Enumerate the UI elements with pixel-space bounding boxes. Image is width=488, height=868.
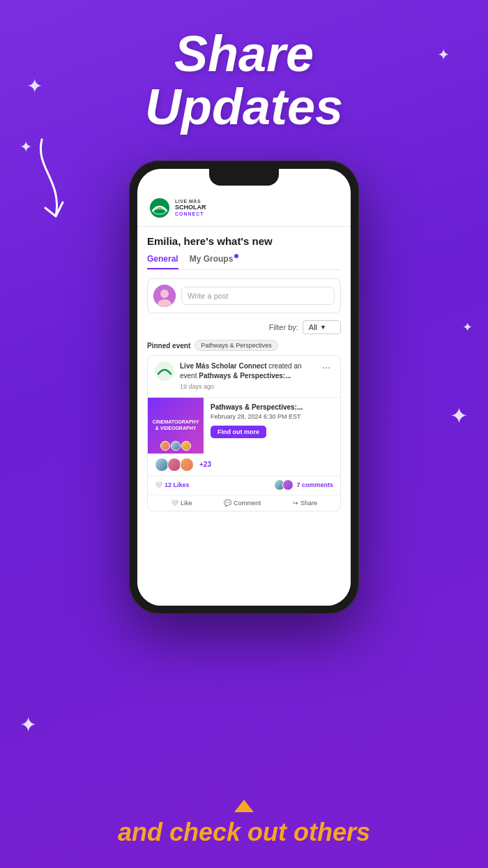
user-avatar-img bbox=[153, 285, 176, 307]
svg-point-5 bbox=[155, 361, 174, 381]
filter-dropdown[interactable]: All ▼ bbox=[303, 320, 341, 334]
comment-avatars bbox=[274, 479, 293, 491]
footer-avatar-3 bbox=[180, 458, 194, 472]
heart-icon: 🤍 bbox=[155, 481, 162, 488]
filter-label: Filter by: bbox=[269, 323, 298, 331]
event-card: CINEMATOGRAPHY & VIDEOGRAPHY bbox=[148, 397, 340, 454]
event-thumbnail-text: CINEMATOGRAPHY & VIDEOGRAPHY bbox=[153, 419, 199, 431]
post-text: Live Más Scholar Connect created an even… bbox=[180, 361, 314, 391]
find-out-more-button[interactable]: Find out more bbox=[211, 426, 266, 438]
tab-bar: General My Groups bbox=[147, 254, 341, 270]
comments-section[interactable]: 7 comments bbox=[274, 479, 333, 491]
likes-count: 12 Likes bbox=[165, 481, 190, 488]
post-header: Live Más Scholar Connect created an even… bbox=[148, 356, 340, 397]
sparkle-right-mid: ✦ bbox=[450, 405, 468, 427]
footer-avatar-1 bbox=[155, 458, 169, 472]
filter-row: Filter by: All ▼ bbox=[147, 320, 341, 334]
share-icon: ↪ bbox=[293, 500, 298, 507]
event-thumbnail: CINEMATOGRAPHY & VIDEOGRAPHY bbox=[148, 398, 204, 454]
share-button[interactable]: ↪ Share bbox=[293, 500, 317, 507]
hero-title: Share Updates bbox=[0, 28, 488, 133]
comment-av-2 bbox=[282, 479, 293, 491]
greeting-text: Emilia, here's what's new bbox=[147, 235, 341, 247]
bottom-section: and check out others bbox=[0, 800, 488, 847]
comment-icon: 💬 bbox=[224, 500, 231, 507]
pinned-badge: Pathways & Perspectives bbox=[195, 340, 278, 351]
phone-mockup: LIVE MÁS SCHOLAR CONNECT Emilia, here's … bbox=[129, 160, 359, 614]
event-info: Pathways & Perspectives:... February 28,… bbox=[204, 398, 340, 454]
face-3 bbox=[181, 441, 191, 451]
event-faces bbox=[148, 441, 204, 451]
reactions-row: 🤍 12 Likes 7 comments bbox=[148, 476, 340, 495]
org-avatar bbox=[155, 361, 174, 381]
sparkle-right-small: ✦ bbox=[462, 321, 473, 334]
likes-section[interactable]: 🤍 12 Likes bbox=[155, 481, 190, 488]
app-logo: LIVE MÁS SCHOLAR CONNECT bbox=[148, 197, 340, 219]
post-time: 19 days ago bbox=[180, 382, 314, 391]
svg-point-0 bbox=[150, 198, 169, 218]
post-footer-avatars: +23 bbox=[148, 454, 340, 476]
feed-area: Emilia, here's what's new General My Gro… bbox=[137, 227, 351, 606]
action-bar: 🤍 Like 💬 Comment ↪ Share bbox=[148, 495, 340, 511]
face-2 bbox=[171, 441, 181, 451]
post-card: Live Más Scholar Connect created an even… bbox=[147, 355, 341, 511]
face-1 bbox=[160, 441, 170, 451]
write-post-area[interactable]: Write a post bbox=[147, 278, 341, 313]
footer-avatar-2 bbox=[167, 458, 181, 472]
tab-general[interactable]: General bbox=[147, 254, 178, 269]
svg-point-1 bbox=[153, 209, 166, 214]
logo-icon bbox=[148, 197, 171, 219]
comments-link[interactable]: 7 comments bbox=[296, 481, 333, 488]
like-icon: 🤍 bbox=[171, 500, 178, 507]
plus-count: +23 bbox=[199, 461, 211, 468]
tab-my-groups[interactable]: My Groups bbox=[190, 254, 239, 269]
event-date: February 28, 2024 6:30 PM EST bbox=[211, 413, 333, 420]
like-button[interactable]: 🤍 Like bbox=[171, 500, 192, 507]
logo-scholar-text: SCHOLAR bbox=[175, 204, 206, 211]
user-avatar bbox=[153, 285, 176, 307]
logo-connect-text: CONNECT bbox=[175, 211, 206, 217]
post-author: Live Más Scholar Connect bbox=[180, 362, 266, 370]
event-title: Pathways & Perspectives:... bbox=[211, 403, 333, 411]
post-more-icon[interactable]: ··· bbox=[319, 361, 333, 373]
tab-notification-dot bbox=[234, 254, 238, 258]
post-event-name: Pathways & Perspectives:... bbox=[199, 372, 291, 380]
svg-point-3 bbox=[160, 290, 169, 298]
pinned-label: Pinned event bbox=[147, 342, 190, 350]
bottom-arrow-icon bbox=[234, 800, 254, 812]
sparkle-bottom-left: ✦ bbox=[20, 714, 37, 735]
comment-button[interactable]: 💬 Comment bbox=[224, 500, 261, 507]
decorative-arrow bbox=[21, 126, 132, 237]
write-post-input[interactable]: Write a post bbox=[181, 287, 335, 305]
bottom-tagline: and check out others bbox=[0, 818, 488, 847]
org-logo bbox=[155, 361, 174, 381]
phone-notch bbox=[209, 169, 279, 186]
chevron-down-icon: ▼ bbox=[320, 324, 326, 331]
pinned-event-row: Pinned event Pathways & Perspectives bbox=[147, 340, 341, 351]
